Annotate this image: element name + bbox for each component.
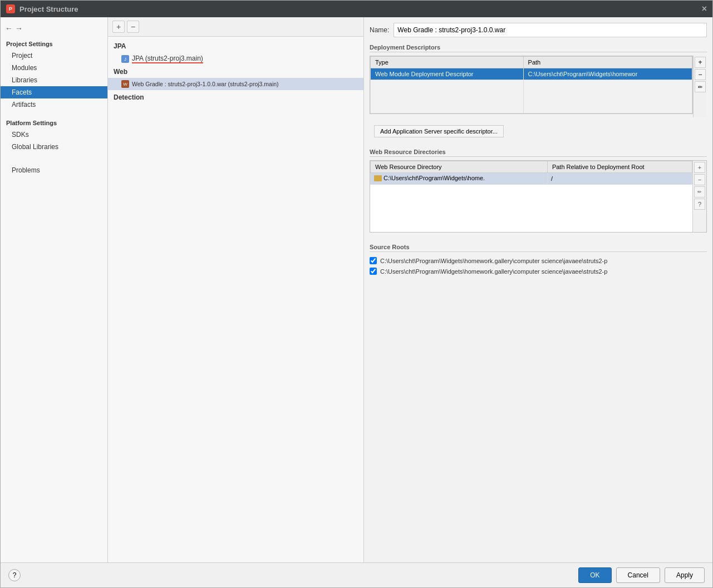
dd-table-wrapper: Type Path Web Module Deployment Descript… [370, 56, 707, 117]
wrd-title: Web Resource Directories [370, 149, 707, 157]
middle-toolbar: + − [108, 17, 363, 37]
jpa-group-label: JPA [108, 40, 363, 52]
sidebar-item-modules[interactable]: Modules [1, 62, 107, 74]
dd-col-type: Type [371, 57, 524, 68]
right-panel: Name: Deployment Descriptors Type Path [364, 17, 712, 562]
dd-table-container: Type Path Web Module Deployment Descript… [370, 56, 693, 114]
title-bar: P Project Structure × [1, 1, 712, 17]
app-icon: P [6, 4, 15, 13]
wrd-add-button[interactable]: + [694, 162, 705, 173]
source-roots-section: Source Roots C:\Users\cht\Program\Widget… [370, 244, 707, 276]
folder-icon [374, 175, 382, 181]
close-button[interactable]: × [702, 4, 707, 14]
web-group-label: Web [108, 66, 363, 78]
add-descriptor-button[interactable]: Add Application Server specific descript… [374, 125, 504, 137]
facet-tree: JPA J JPA (struts2-proj3.main) Web W Web… [108, 37, 363, 562]
source-root-checkbox-1[interactable] [370, 268, 377, 275]
project-settings-header: Project Settings [1, 37, 107, 50]
bottom-buttons: OK Cancel Apply [578, 567, 705, 583]
deployment-descriptors-title: Deployment Descriptors [370, 44, 707, 52]
wrd-table: Web Resource Directory Path Relative to … [370, 161, 692, 232]
sidebar-item-project[interactable]: Project [1, 50, 107, 62]
sidebar-item-sdks[interactable]: SDKs [1, 129, 107, 141]
name-row: Name: [370, 23, 707, 37]
wrd-table-row[interactable]: C:\Users\cht\Program\Widgets\home. / [371, 173, 692, 185]
deployment-descriptors-section: Deployment Descriptors Type Path [370, 44, 707, 143]
source-roots-title: Source Roots [370, 244, 707, 252]
dd-row-type: Web Module Deployment Descriptor [371, 68, 524, 80]
wrd-row-dir: C:\Users\cht\Program\Widgets\home. [371, 173, 548, 185]
dd-edit-button[interactable]: ✏ [695, 81, 706, 92]
war-icon: W [121, 80, 129, 88]
remove-facet-button[interactable]: − [127, 21, 139, 33]
wrd-col-dir: Web Resource Directory [371, 161, 548, 173]
wrd-data-table: Web Resource Directory Path Relative to … [370, 161, 692, 185]
dialog-title: Project Structure [19, 5, 702, 13]
help-button[interactable]: ? [8, 569, 21, 581]
bottom-bar: ? OK Cancel Apply [1, 562, 712, 587]
source-root-row-1: C:\Users\cht\Program\Widgets\homework.ga… [370, 266, 707, 276]
middle-panel: + − JPA J JPA (struts2-proj3.main) Web W… [108, 17, 364, 562]
source-root-checkbox-0[interactable] [370, 257, 377, 264]
sidebar-item-global-libraries[interactable]: Global Libraries [1, 141, 107, 153]
sidebar: ← → Project Settings Project Modules Lib… [1, 17, 108, 562]
project-structure-dialog: P Project Structure × ← → Project Settin… [0, 0, 713, 588]
source-root-row-0: C:\Users\cht\Program\Widgets\homework.ga… [370, 255, 707, 266]
add-facet-button[interactable]: + [112, 21, 125, 33]
dd-col-path: Path [523, 57, 692, 68]
wrd-remove-button[interactable]: − [694, 174, 705, 185]
source-root-path-1: C:\Users\cht\Program\Widgets\homework.ga… [380, 268, 607, 275]
wrd-sidebar: + − ✏ ? [692, 161, 706, 232]
wrd-edit-button[interactable]: ✏ [694, 186, 705, 197]
dd-add-button[interactable]: + [695, 57, 706, 68]
name-input[interactable] [394, 23, 707, 37]
web-resource-directories-section: Web Resource Directories Web Resource Di… [370, 149, 707, 233]
platform-settings-header: Platform Settings [1, 116, 107, 129]
dd-table: Type Path Web Module Deployment Descript… [370, 56, 692, 113]
sidebar-item-artifacts[interactable]: Artifacts [1, 98, 107, 111]
wrd-help-button[interactable]: ? [694, 199, 705, 210]
wrd-row-path: / [547, 173, 692, 185]
ok-button[interactable]: OK [578, 567, 611, 583]
detection-label: Detection [108, 90, 363, 105]
back-button[interactable]: ← [5, 24, 13, 33]
dd-table-sidebar: + − ✏ [693, 56, 707, 117]
sidebar-item-problems[interactable]: Problems [1, 164, 107, 176]
sidebar-item-libraries[interactable]: Libraries [1, 74, 107, 86]
dd-row-path: C:\Users\cht\Program\Widgets\homewor [523, 68, 692, 80]
web-item[interactable]: W Web Gradle : struts2-proj3-1.0.0.war (… [108, 78, 363, 90]
jpa-item[interactable]: J JPA (struts2-proj3.main) [108, 52, 363, 66]
wrd-table-wrapper: Web Resource Directory Path Relative to … [370, 160, 707, 233]
cancel-button[interactable]: Cancel [616, 567, 660, 583]
wrd-col-path: Path Relative to Deployment Root [547, 161, 692, 173]
sidebar-item-facets[interactable]: Facets [1, 86, 107, 98]
dd-empty-row [371, 80, 692, 113]
forward-button[interactable]: → [15, 24, 23, 33]
apply-button[interactable]: Apply [665, 567, 705, 583]
main-content: ← → Project Settings Project Modules Lib… [1, 17, 712, 562]
name-label: Name: [370, 26, 389, 34]
dd-table-row[interactable]: Web Module Deployment Descriptor C:\User… [371, 68, 692, 80]
source-root-path-0: C:\Users\cht\Program\Widgets\homework.ga… [380, 258, 607, 264]
jpa-icon: J [121, 55, 129, 63]
dd-remove-button[interactable]: − [695, 69, 706, 80]
